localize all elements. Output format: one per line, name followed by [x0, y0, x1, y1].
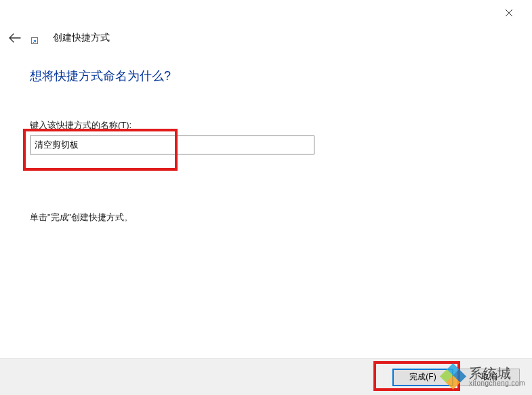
wizard-title: 创建快捷方式: [53, 32, 110, 44]
page-heading: 想将快捷方式命名为什么?: [30, 68, 502, 84]
back-arrow-icon: [9, 33, 21, 43]
footer-bar: 完成(F) 取消: [0, 358, 532, 395]
shortcut-name-input[interactable]: [30, 136, 314, 154]
cancel-button[interactable]: 取消: [459, 369, 520, 386]
shortcut-wizard-icon: [31, 32, 43, 44]
close-button[interactable]: [494, 5, 524, 20]
instruction-text: 单击"完成"创建快捷方式。: [30, 211, 502, 224]
finish-button[interactable]: 完成(F): [392, 369, 453, 386]
name-field-label: 键入该快捷方式的名称(T):: [30, 119, 502, 131]
back-button[interactable]: [8, 31, 22, 45]
close-icon: [505, 9, 513, 17]
shortcut-overlay-icon: [31, 37, 38, 44]
